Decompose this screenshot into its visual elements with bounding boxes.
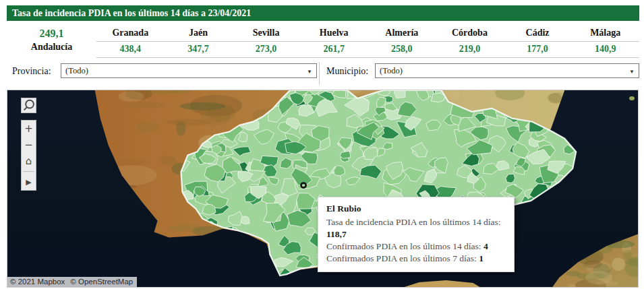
toolbar-divider — [23, 171, 34, 172]
province-name: Almería — [368, 26, 436, 41]
filter-row: Provincia: (Todo) ▼ Municipio: (Todo) ▼ — [7, 62, 639, 85]
province-value: 140,9 — [571, 42, 639, 57]
tooltip-line: Confirmados PDIA en los últimos 7 días: … — [326, 253, 507, 265]
province-value: 177,0 — [504, 42, 572, 57]
province-value: 438,4 — [96, 42, 165, 57]
region-incidence-value: 249,1 — [7, 27, 96, 40]
province-value: 219,0 — [436, 42, 504, 57]
province-value: 258,0 — [368, 42, 436, 57]
province-value-row: 438,4347,7273,0261,7258,0219,0177,0140,9 — [96, 42, 639, 58]
province-header-row: GranadaJaénSevillaHuelvaAlmeríaCórdobaCá… — [96, 26, 639, 42]
province-name: Córdoba — [436, 26, 504, 41]
map-search-button[interactable] — [21, 98, 36, 113]
province-table: GranadaJaénSevillaHuelvaAlmeríaCórdobaCá… — [96, 26, 639, 58]
province-name: Málaga — [571, 26, 639, 41]
provincia-select[interactable]: (Todo) ▼ — [61, 63, 317, 78]
chevron-down-icon: ▼ — [307, 69, 312, 75]
chevron-down-icon: ▼ — [629, 69, 635, 75]
map-toolbar: + − ⌂ ▶ — [21, 120, 36, 191]
osm-attribution-link[interactable]: © OpenStreetMap — [70, 278, 133, 286]
tooltip-line: Confirmados PDIA en los últimos 14 días:… — [326, 240, 507, 253]
zoom-out-button[interactable]: − — [21, 137, 36, 153]
region-summary: 249,1 Andalucía — [7, 27, 96, 59]
region-name: Andalucía — [7, 40, 96, 54]
municipio-select[interactable]: (Todo) ▼ — [375, 63, 639, 78]
province-value: 347,7 — [165, 42, 233, 57]
map-attribution: © 2021 Mapbox © OpenStreetMap — [7, 277, 137, 287]
search-icon — [22, 98, 36, 113]
home-button home-icon[interactable]: ⌂ — [21, 153, 36, 169]
province-name: Sevilla — [232, 26, 300, 41]
province-name: Cádiz — [504, 26, 572, 41]
map-canvas[interactable]: + − ⌂ ▶ El Rubio Tasa de incidencia PDIA… — [7, 90, 639, 288]
filter-divider — [319, 62, 320, 85]
province-name: Jaén — [165, 26, 233, 41]
expand-tools-button play-icon[interactable]: ▶ — [21, 174, 36, 190]
tooltip-title: El Rubio — [326, 203, 507, 214]
province-value: 273,0 — [232, 42, 300, 57]
dashboard: Tasa de incidencia PDIA en los últimos 1… — [0, 0, 644, 289]
province-name: Huelva — [300, 26, 368, 41]
provincia-label: Provincia: — [12, 66, 51, 77]
municipio-label: Municipio: — [326, 66, 368, 77]
title-text: Tasa de incidencia PDIA en los últimos 1… — [12, 8, 251, 18]
province-value: 261,7 — [300, 42, 368, 57]
municipio-select-value: (Todo) — [380, 66, 403, 76]
map-tooltip: El Rubio Tasa de incidencia PDIA en los … — [318, 197, 515, 272]
title-bar: Tasa de incidencia PDIA en los últimos 1… — [7, 5, 639, 21]
tooltip-line: Tasa de incidencia PDIA en los últimos 1… — [326, 216, 507, 240]
zoom-in-button[interactable]: + — [21, 121, 36, 137]
mapbox-attribution-link[interactable]: © 2021 Mapbox — [10, 278, 65, 286]
province-name: Granada — [96, 26, 165, 41]
provincia-select-value: (Todo) — [65, 66, 88, 76]
